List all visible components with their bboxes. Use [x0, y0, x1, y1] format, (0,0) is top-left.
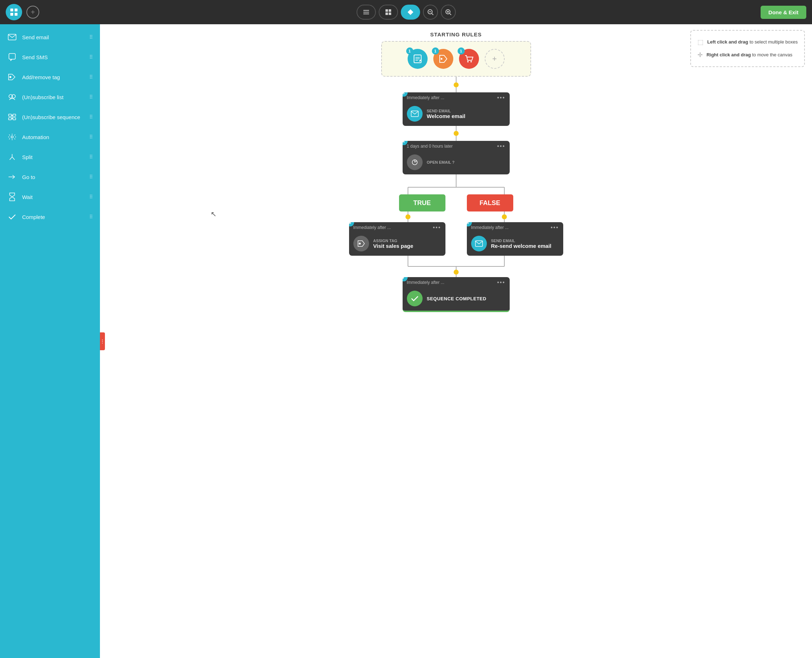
svg-rect-20 — [9, 53, 15, 59]
node-4-icon — [407, 154, 422, 170]
svg-rect-9 — [385, 13, 388, 15]
drag-handle[interactable]: ⠿ — [89, 54, 93, 60]
node-7-header: Immediately after ... ••• — [403, 277, 510, 288]
node-7-wrapper: 7 Immediately after ... ••• SEQUENCE COM… — [403, 277, 510, 312]
node-5-menu[interactable]: ••• — [433, 224, 441, 231]
hint-text-1: Left click and drag to select multiple b… — [707, 38, 798, 47]
sidebar-item-unsubscribe-sequence[interactable]: (Un)subscribe sequence ⠿ — [0, 107, 100, 127]
node-6-body: SEND EMAIL Re-send welcome email — [467, 233, 563, 256]
svg-rect-10 — [389, 13, 391, 15]
split-icon — [7, 152, 17, 162]
node-6-type: SEND EMAIL — [491, 238, 551, 243]
app-logo — [6, 4, 22, 20]
svg-point-52 — [405, 214, 410, 219]
rule-badge-2: 1 — [432, 47, 439, 55]
list-view-btn[interactable] — [357, 5, 376, 20]
true-branch-box[interactable]: TRUE — [399, 194, 445, 212]
sidebar-item-split[interactable]: Split ⠿ — [0, 147, 100, 167]
converge-lines — [385, 256, 528, 277]
drag-handle[interactable]: ⠿ — [89, 94, 93, 100]
node-7-icon — [407, 291, 422, 306]
connector-dot-2 — [454, 131, 459, 136]
svg-rect-24 — [9, 114, 11, 116]
svg-point-31 — [11, 136, 13, 138]
node-5-icon — [353, 236, 369, 251]
rule-icon-form[interactable]: 1 — [408, 49, 427, 69]
node-5-header: Immediately after ... ••• — [349, 222, 445, 233]
sidebar-item-complete[interactable]: Complete ⠿ — [0, 207, 100, 227]
node-6-header: Immediately after ... ••• — [467, 222, 563, 233]
flow-view-btn[interactable] — [401, 5, 420, 20]
rule-add-button[interactable]: + — [485, 49, 505, 69]
node-4-type: OPEN EMAIL ? — [427, 160, 455, 164]
node-4-menu[interactable]: ••• — [497, 143, 506, 149]
add-button[interactable]: + — [27, 6, 39, 19]
svg-point-57 — [359, 243, 361, 244]
sidebar-item-unsubscribe-list[interactable]: (Un)subscribe list ⠿ — [0, 87, 100, 107]
svg-point-55 — [502, 214, 507, 219]
svg-rect-43 — [411, 111, 418, 117]
svg-rect-3 — [15, 13, 17, 16]
starting-rules-label: STARTING RULES — [295, 31, 617, 38]
flow-container: STARTING RULES 1 1 — [295, 31, 617, 334]
sidebar-item-wait[interactable]: Wait ⠿ — [0, 187, 100, 207]
node-3-timing: Immediately after ... — [407, 95, 444, 100]
sidebar-item-send-sms[interactable]: Send SMS ⠿ — [0, 47, 100, 67]
svg-point-21 — [9, 76, 11, 78]
node-3-menu[interactable]: ••• — [497, 94, 506, 101]
sidebar-item-go-to[interactable]: Go to ⠿ — [0, 167, 100, 187]
flow-node-7[interactable]: 7 Immediately after ... ••• SEQUENCE COM… — [403, 277, 510, 312]
node-7-text: SEQUENCE COMPLETED — [427, 296, 487, 301]
grid-view-btn[interactable] — [379, 5, 398, 20]
sidebar-collapse-tab[interactable]: ⋮ — [100, 332, 105, 350]
drag-handle[interactable]: ⠿ — [89, 74, 93, 80]
canvas[interactable]: ⬚ Left click and drag to select multiple… — [100, 24, 812, 658]
send-email-icon — [7, 32, 17, 42]
connector-v2 — [456, 88, 457, 92]
drag-handle[interactable]: ⠿ — [89, 154, 93, 160]
flow-node-6[interactable]: 6 Immediately after ... ••• — [467, 222, 563, 256]
node-4-text: OPEN EMAIL ? — [427, 160, 455, 164]
drag-handle[interactable]: ⠿ — [89, 214, 93, 220]
connector-v4 — [456, 136, 457, 141]
topbar-right: Done & Exit — [760, 6, 806, 19]
send-sms-icon — [7, 52, 17, 62]
node-7-menu[interactable]: ••• — [497, 279, 506, 286]
drag-handle[interactable]: ⠿ — [89, 114, 93, 120]
flow-node-4[interactable]: 4 1 days and 0 hours later ••• — [403, 141, 510, 174]
cursor-hint: ↖ — [210, 210, 217, 218]
svg-rect-19 — [8, 34, 16, 40]
drag-handle[interactable]: ⠿ — [89, 34, 93, 40]
connector-v5 — [456, 174, 457, 180]
hint-text-2: Right click and drag to move the canvas — [706, 50, 792, 60]
drag-handle[interactable]: ⠿ — [89, 194, 93, 200]
node-5-wrapper: 5 Immediately after ... ••• — [349, 222, 445, 256]
rule-icon-cart[interactable]: 1 — [459, 49, 479, 69]
drag-handle[interactable]: ⠿ — [89, 174, 93, 180]
node-6-wrapper: 6 Immediately after ... ••• — [467, 222, 563, 256]
false-branch-box[interactable]: FALSE — [467, 194, 513, 212]
node-5-timing: Immediately after ... — [353, 225, 391, 230]
done-exit-button[interactable]: Done & Exit — [760, 6, 806, 19]
node-3-header: Immediately after ... ••• — [403, 92, 510, 103]
flow-node-3[interactable]: 3 Immediately after ... ••• — [403, 92, 510, 126]
svg-marker-11 — [408, 9, 413, 15]
two-col-nodes: 5 Immediately after ... ••• — [342, 222, 570, 256]
node-3-body: SEND EMAIL Welcome email — [403, 103, 510, 126]
flow-node-5[interactable]: 5 Immediately after ... ••• — [349, 222, 445, 256]
node-6-menu[interactable]: ••• — [551, 224, 559, 231]
rule-badge-1: 1 — [406, 47, 413, 55]
node-6-timing: Immediately after ... — [471, 225, 509, 230]
sidebar-item-send-email[interactable]: Send email ⠿ — [0, 27, 100, 47]
sidebar: Send email ⠿ Send SMS ⠿ Add/remove tag ⠿ — [0, 24, 100, 658]
sidebar-item-add-remove-tag[interactable]: Add/remove tag ⠿ — [0, 67, 100, 87]
rule-icon-tag[interactable]: 1 — [433, 49, 453, 69]
node-5-type: ASSIGN TAG — [373, 238, 413, 243]
zoom-in-btn[interactable] — [441, 5, 456, 20]
drag-handle[interactable]: ⠿ — [89, 134, 93, 140]
node-6-icon — [471, 236, 487, 251]
zoom-out-btn[interactable] — [423, 5, 438, 20]
sidebar-item-automation[interactable]: Automation ⠿ — [0, 127, 100, 147]
go-to-icon — [7, 172, 17, 182]
node-6-name: Re-send welcome email — [491, 243, 551, 249]
